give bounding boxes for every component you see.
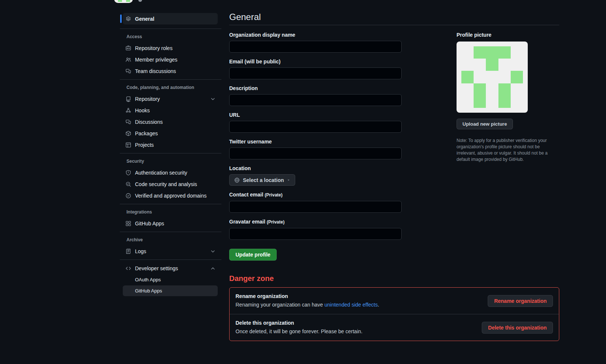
field-label-url: URL [229,112,402,118]
sidebar-item-hooks[interactable]: Hooks [123,105,218,116]
unintended-side-effects-link[interactable]: unintended side effects [325,302,378,308]
sidebar-item-label: Repository [135,96,160,102]
code-icon [125,265,131,271]
rename-organization-desc: Renaming your organization can have unin… [236,301,379,308]
page-title: General [229,12,559,25]
sidebar-item-label: Team discussions [135,68,176,74]
sidebar-item-projects[interactable]: Projects [123,139,218,150]
sidebar-item-label: Developer settings [135,265,178,271]
sidebar-item-code-security[interactable]: Code security and analysis [123,178,218,190]
location-select[interactable]: Select a location [229,174,295,186]
sidebar-item-label: GitHub Apps [135,221,164,226]
field-label-gravatar-email: Gravatar email (Private) [229,219,402,225]
sidebar-section-archive: Archive [120,237,221,242]
sidebar-item-authentication-security[interactable]: Authentication security [123,167,218,178]
email-input[interactable] [229,67,402,79]
organization-display-name-input[interactable] [229,41,402,53]
sidebar-item-label: OAuth Apps [135,277,161,282]
sidebar-item-team-discussions[interactable]: Team discussions [123,65,218,77]
sidebar-item-packages[interactable]: Packages [123,128,218,139]
private-suffix: (Private) [267,219,284,225]
codescan-icon [125,181,131,187]
apps-icon [125,221,131,226]
delete-organization-button[interactable]: Delete this organization [482,322,553,334]
field-label-twitter-username: Twitter username [229,139,402,145]
log-icon [125,248,131,254]
sidebar-item-general[interactable]: General [123,13,218,24]
repo-icon [125,96,131,102]
webhook-icon [125,107,131,113]
profile-picture-note: Note: To apply for a publisher verificat… [457,138,559,163]
sidebar-divider [120,232,221,232]
sidebar-item-logs[interactable]: Logs [123,245,218,257]
sidebar-item-repository-roles[interactable]: Repository roles [123,42,218,54]
rename-organization-title: Rename organization [236,293,379,300]
sidebar-divider [120,79,221,80]
shield-icon [125,170,131,176]
sidebar-item-label: Authentication security [135,170,187,176]
sidebar-item-verified-domains[interactable]: Verified and approved domains [123,190,218,201]
contact-email-input[interactable] [229,201,402,213]
private-suffix: (Private) [265,192,283,198]
delete-organization-text: Delete this organization Once deleted, i… [236,320,362,335]
profile-picture-title: Profile picture [457,32,559,38]
org-settings-page: General Access Repository roles Member p… [0,0,606,364]
sidebar-divider [120,29,221,29]
sidebar-item-label: Verified and approved domains [135,193,207,199]
chevron-down-icon [210,96,215,102]
field-label-location: Location [229,165,402,172]
sidebar-item-label: Packages [135,130,158,136]
sidebar-item-label: Discussions [135,119,163,125]
upload-new-picture-button[interactable]: Upload new picture [457,119,513,129]
field-label-email: Email (will be public) [229,59,402,65]
people-icon [125,57,131,63]
delete-organization-desc: Once deleted, it will be gone forever. P… [236,328,362,335]
sidebar-section-security: Security [120,159,221,164]
settings-sidebar: General Access Repository roles Member p… [120,13,221,296]
selected-accent-bar [120,14,122,23]
sidebar-item-label: Projects [135,142,154,148]
comment-discussion-icon [125,119,131,125]
org-avatar[interactable] [457,42,528,113]
sidebar-item-label: Code security and analysis [135,181,197,187]
header-fragment [138,0,142,2]
caret-down-icon [287,178,290,182]
danger-zone-box: Rename organization Renaming your organi… [229,287,559,341]
sidebar-item-developer-settings[interactable]: Developer settings [123,262,218,274]
globe-icon [234,177,240,183]
sidebar-section-integrations: Integrations [120,209,221,215]
gravatar-email-input[interactable] [229,228,402,240]
rename-organization-text: Rename organization Renaming your organi… [236,293,379,308]
sidebar-subitem-oauth-apps[interactable]: OAuth Apps [123,274,218,285]
sidebar-subitem-github-apps[interactable]: GitHub Apps [123,285,218,296]
sidebar-item-discussions[interactable]: Discussions [123,116,218,128]
sidebar-item-repository[interactable]: Repository [123,93,218,105]
rename-organization-button[interactable]: Rename organization [488,295,553,307]
sidebar-divider [120,204,221,204]
org-profile-form: Organization display name Email (will be… [229,32,402,261]
sidebar-divider [120,153,221,153]
sidebar-item-label: GitHub Apps [135,288,162,294]
sidebar-divider [120,259,221,260]
sidebar-section-code: Code, planning, and automation [120,85,221,90]
description-input[interactable] [229,94,402,106]
twitter-username-input[interactable] [229,148,402,159]
sidebar-item-label: Member privileges [135,57,177,63]
update-profile-button[interactable]: Update profile [229,249,277,261]
profile-picture-section: Profile picture Upload new picture Note:… [457,32,559,163]
comment-discussion-icon [125,68,131,74]
avatar-cell [118,0,122,2]
avatar-cell [126,0,130,2]
danger-zone-title: Danger zone [229,274,559,283]
location-select-value: Select a location [243,177,284,183]
sidebar-item-github-apps[interactable]: GitHub Apps [123,218,218,229]
sidebar-item-member-privileges[interactable]: Member privileges [123,54,218,65]
delete-organization-row: Delete this organization Once deleted, i… [230,314,559,341]
url-input[interactable] [229,121,402,133]
org-avatar-cropped[interactable] [114,0,133,3]
chevron-up-icon [210,266,215,271]
sidebar-section-access: Access [120,34,221,39]
field-label-description: Description [229,85,402,92]
field-label-contact-email: Contact email (Private) [229,192,402,198]
id-badge-icon [125,45,131,51]
